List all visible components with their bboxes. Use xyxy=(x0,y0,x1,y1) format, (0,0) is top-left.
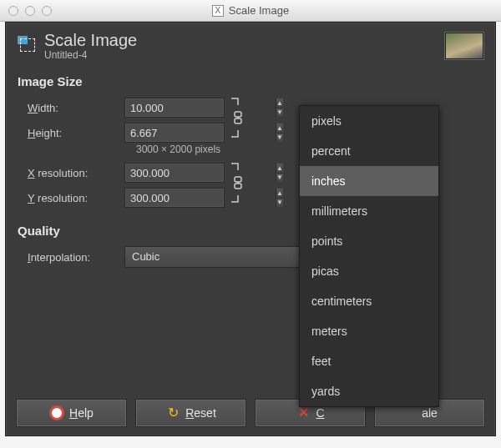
image-thumbnail xyxy=(445,33,483,59)
interpolation-label: Interpolation: xyxy=(28,251,124,264)
y-resolution-input[interactable]: ▲▼ xyxy=(124,188,225,208)
units-option-percent[interactable]: percent xyxy=(300,136,438,166)
yres-step-down[interactable]: ▼ xyxy=(276,198,283,208)
units-option-feet[interactable]: feet xyxy=(300,346,438,376)
cancel-icon xyxy=(296,405,311,420)
units-dropdown-menu[interactable]: pixelspercentinchesmillimeterspointspica… xyxy=(299,105,439,407)
document-name: Untitled-4 xyxy=(44,49,137,61)
xres-step-down[interactable]: ▼ xyxy=(276,173,283,183)
reset-icon xyxy=(165,405,180,420)
width-input[interactable]: ▲▼ xyxy=(124,98,225,118)
y-resolution-value[interactable] xyxy=(125,189,276,207)
y-resolution-label: Y resolution: xyxy=(28,192,124,204)
height-label: Height: xyxy=(28,127,124,139)
scale-image-icon xyxy=(18,36,38,56)
help-icon xyxy=(49,405,64,420)
xres-step-up[interactable]: ▲ xyxy=(276,164,283,173)
svg-rect-4 xyxy=(235,184,241,189)
app-icon: X xyxy=(212,5,224,17)
width-step-up[interactable]: ▲ xyxy=(276,98,283,108)
dialog-title: Scale Image xyxy=(44,31,137,50)
height-step-down[interactable]: ▼ xyxy=(276,133,283,143)
x-resolution-value[interactable] xyxy=(125,164,276,182)
window-title: Scale Image xyxy=(229,4,289,17)
height-value[interactable] xyxy=(125,123,276,142)
units-option-millimeters[interactable]: millimeters xyxy=(300,196,438,226)
units-option-points[interactable]: points xyxy=(300,226,438,256)
svg-rect-1 xyxy=(235,118,241,123)
interpolation-value: Cubic xyxy=(132,250,159,263)
link-dimensions-button[interactable] xyxy=(230,95,246,140)
width-step-down[interactable]: ▼ xyxy=(276,108,283,118)
reset-button[interactable]: Reset xyxy=(135,399,246,427)
units-option-centimeters[interactable]: centimeters xyxy=(300,286,438,316)
units-option-meters[interactable]: meters xyxy=(300,316,438,346)
svg-rect-0 xyxy=(235,112,241,117)
yres-step-up[interactable]: ▲ xyxy=(276,189,283,198)
x-resolution-label: X resolution: xyxy=(28,167,124,179)
units-option-picas[interactable]: picas xyxy=(300,256,438,286)
link-resolution-button[interactable] xyxy=(230,160,246,205)
height-step-up[interactable]: ▲ xyxy=(276,123,283,133)
width-label: Width: xyxy=(28,102,124,114)
height-input[interactable]: ▲▼ xyxy=(124,123,225,143)
x-resolution-input[interactable]: ▲▼ xyxy=(124,163,225,183)
units-option-pixels[interactable]: pixels xyxy=(300,106,438,136)
help-button[interactable]: Help xyxy=(16,399,127,427)
image-size-heading: Image Size xyxy=(18,74,483,88)
window-titlebar: X Scale Image xyxy=(0,0,501,22)
units-option-yards[interactable]: yards xyxy=(300,376,438,406)
units-option-inches[interactable]: inches xyxy=(300,166,438,196)
svg-rect-3 xyxy=(235,177,241,182)
width-value[interactable] xyxy=(125,98,276,117)
